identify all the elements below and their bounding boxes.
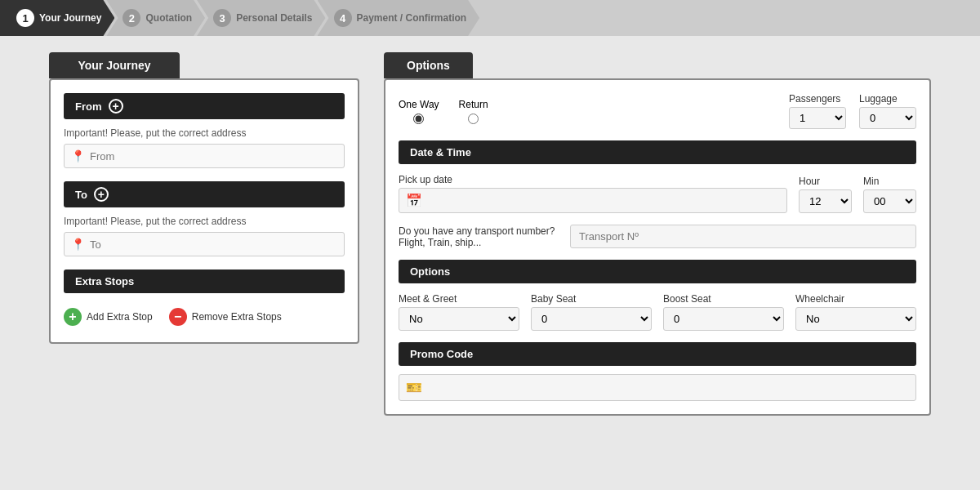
to-header: To + bbox=[64, 181, 345, 207]
transport-input[interactable] bbox=[570, 225, 916, 248]
step-3-num: 3 bbox=[213, 9, 231, 27]
step-4-num: 4 bbox=[334, 9, 352, 27]
remove-extra-stops-label: Remove Extra Stops bbox=[192, 311, 282, 323]
promo-input[interactable] bbox=[429, 381, 909, 394]
baby-seat-label: Baby Seat bbox=[531, 293, 652, 305]
boost-seat-group: Boost Seat 0123 bbox=[663, 293, 784, 331]
add-icon: + bbox=[64, 308, 82, 326]
from-header: From + bbox=[64, 93, 345, 119]
step-3[interactable]: 3 Personal Details bbox=[197, 0, 325, 36]
step-2-label: Quotation bbox=[145, 12, 192, 24]
hour-select[interactable]: 12010203 04050607 08091011 13141516 1718… bbox=[799, 189, 852, 213]
step-3-label: Personal Details bbox=[236, 12, 312, 24]
return-label: Return bbox=[459, 99, 488, 110]
remove-icon: − bbox=[169, 308, 187, 326]
right-panel: Options One Way Return Passengers bbox=[384, 52, 931, 477]
date-time-header: Date & Time bbox=[399, 140, 916, 164]
hour-label: Hour bbox=[799, 176, 852, 187]
from-important-text: Important! Please, put the correct addre… bbox=[64, 127, 345, 139]
baby-seat-select[interactable]: 0123 bbox=[531, 307, 652, 331]
meet-greet-select[interactable]: NoYes bbox=[399, 307, 519, 331]
to-pin-icon: 📍 bbox=[71, 238, 85, 251]
one-way-radio[interactable] bbox=[413, 114, 424, 124]
step-4[interactable]: 4 Payment / Confirmation bbox=[318, 0, 480, 36]
left-panel: Your Journey From + Important! Please, p… bbox=[49, 52, 359, 477]
boost-seat-label: Boost Seat bbox=[663, 293, 784, 305]
step-2[interactable]: 2 Quotation bbox=[106, 0, 205, 36]
pickup-date-wrapper: 📅 bbox=[399, 188, 787, 213]
wheelchair-group: Wheelchair NoYes bbox=[795, 293, 916, 331]
to-plus-icon[interactable]: + bbox=[94, 187, 109, 202]
baby-seat-group: Baby Seat 0123 bbox=[531, 293, 652, 331]
from-label: From bbox=[75, 100, 102, 113]
calendar-icon: 📅 bbox=[406, 193, 422, 208]
pickup-date-label: Pick up date bbox=[399, 174, 787, 185]
passengers-select[interactable]: 1234 5678 bbox=[789, 107, 846, 129]
trip-types: One Way Return bbox=[399, 99, 488, 124]
left-panel-title: Your Journey bbox=[49, 52, 180, 78]
hour-group: Hour 12010203 04050607 08091011 13141516… bbox=[799, 176, 852, 213]
one-way-label: One Way bbox=[399, 99, 439, 110]
min-select[interactable]: 00051015 20253035 40455055 bbox=[863, 189, 916, 213]
promo-header: Promo Code bbox=[399, 342, 916, 366]
step-1-num: 1 bbox=[16, 9, 34, 27]
right-panel-title: Options bbox=[384, 52, 473, 78]
min-label: Min bbox=[863, 176, 916, 187]
passengers-group: Passengers 1234 5678 bbox=[789, 93, 846, 129]
trip-type-row: One Way Return Passengers 1234 5678 bbox=[399, 93, 916, 129]
options-row: Meet & Greet NoYes Baby Seat 0123 Boost … bbox=[399, 293, 916, 331]
step-1-label: Your Journey bbox=[39, 12, 101, 24]
from-plus-icon[interactable]: + bbox=[109, 99, 123, 114]
to-input-wrapper: 📍 bbox=[64, 232, 345, 256]
boost-seat-select[interactable]: 0123 bbox=[663, 307, 784, 331]
options-box: One Way Return Passengers 1234 5678 bbox=[384, 78, 931, 416]
pickup-date-group: Pick up date 📅 bbox=[399, 174, 787, 213]
transport-row: Do you have any transport number?Flight,… bbox=[399, 225, 916, 248]
steps-bar: 1 Your Journey 2 Quotation 3 Personal De… bbox=[0, 0, 980, 36]
wheelchair-label: Wheelchair bbox=[795, 293, 916, 305]
to-input[interactable] bbox=[90, 238, 337, 251]
transport-label: Do you have any transport number?Flight,… bbox=[399, 225, 562, 248]
extra-stops-header: Extra Stops bbox=[64, 270, 345, 293]
luggage-select[interactable]: 01234 bbox=[859, 107, 916, 129]
to-label: To bbox=[75, 189, 87, 201]
meet-greet-group: Meet & Greet NoYes bbox=[399, 293, 519, 331]
from-pin-icon: 📍 bbox=[71, 149, 85, 163]
luggage-label: Luggage bbox=[859, 93, 916, 105]
main-content: Your Journey From + Important! Please, p… bbox=[0, 36, 980, 490]
one-way-option[interactable]: One Way bbox=[399, 99, 439, 124]
to-important-text: Important! Please, put the correct addre… bbox=[64, 216, 345, 227]
return-option[interactable]: Return bbox=[459, 99, 488, 124]
add-extra-stop-button[interactable]: + Add Extra Stop bbox=[64, 308, 153, 326]
return-radio[interactable] bbox=[468, 114, 479, 124]
remove-extra-stops-button[interactable]: − Remove Extra Stops bbox=[169, 308, 282, 326]
step-4-label: Payment / Confirmation bbox=[357, 12, 467, 24]
pickup-date-input[interactable] bbox=[427, 194, 780, 207]
wheelchair-select[interactable]: NoYes bbox=[795, 307, 916, 331]
add-extra-stop-label: Add Extra Stop bbox=[87, 311, 153, 323]
date-time-row: Pick up date 📅 Hour 12010203 04050607 08… bbox=[399, 174, 916, 213]
left-panel-box: From + Important! Please, put the correc… bbox=[49, 78, 359, 344]
min-group: Min 00051015 20253035 40455055 bbox=[863, 176, 916, 213]
luggage-group: Luggage 01234 bbox=[859, 93, 916, 129]
promo-icon: 🎫 bbox=[406, 380, 422, 395]
from-input-wrapper: 📍 bbox=[64, 144, 345, 168]
meet-greet-label: Meet & Greet bbox=[399, 293, 519, 305]
step-1[interactable]: 1 Your Journey bbox=[0, 0, 114, 36]
passengers-label: Passengers bbox=[789, 93, 846, 105]
step-2-num: 2 bbox=[122, 9, 140, 27]
from-input[interactable] bbox=[90, 150, 337, 163]
extra-stops-actions: + Add Extra Stop − Remove Extra Stops bbox=[64, 305, 345, 329]
promo-row: 🎫 bbox=[399, 374, 916, 401]
pax-luggage: Passengers 1234 5678 Luggage 01234 bbox=[789, 93, 916, 129]
options-sub-header: Options bbox=[399, 260, 916, 283]
